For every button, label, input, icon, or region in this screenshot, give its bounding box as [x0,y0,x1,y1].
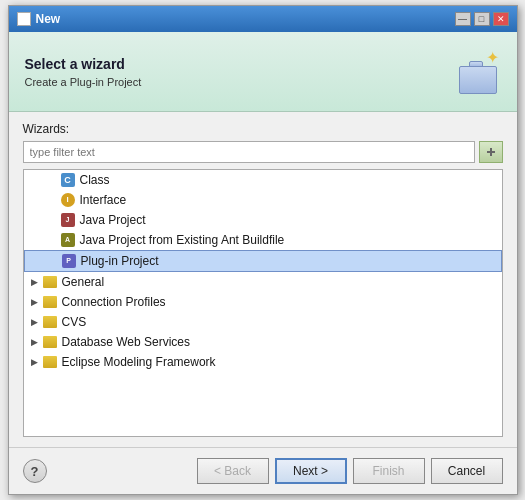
svg-rect-1 [490,148,492,156]
item-icon-connection-profiles [42,294,58,310]
item-icon-eclipse-modeling [42,354,58,370]
item-label-java-ant: Java Project from Existing Ant Buildfile [80,233,285,247]
item-icon-java-project: J [60,212,76,228]
finish-button[interactable]: Finish [353,458,425,484]
tree-item-java-project[interactable]: JJava Project [24,210,502,230]
item-icon-java-ant: A [60,232,76,248]
item-icon-class: C [60,172,76,188]
item-label-database-web: Database Web Services [62,335,191,349]
item-label-eclipse-modeling: Eclipse Modeling Framework [62,355,216,369]
tree-item-class[interactable]: CClass [24,170,502,190]
tree-container[interactable]: CClassIInterfaceJJava ProjectAJava Proje… [23,169,503,437]
cancel-button[interactable]: Cancel [431,458,503,484]
footer-left: ? [23,459,47,483]
filter-input[interactable] [23,141,475,163]
expand-arrow-connection-profiles[interactable]: ▶ [28,295,42,309]
item-icon-interface: I [60,192,76,208]
clear-icon [486,147,496,157]
next-button[interactable]: Next > [275,458,347,484]
maximize-button[interactable]: □ [474,12,490,26]
item-icon-plugin-project: P [61,253,77,269]
filter-clear-button[interactable] [479,141,503,163]
title-bar-left: New [17,12,61,26]
item-label-plugin-project: Plug-in Project [81,254,159,268]
title-bar: New — □ ✕ [9,6,517,32]
folder-back-icon [459,66,497,94]
item-label-connection-profiles: Connection Profiles [62,295,166,309]
footer-buttons: < Back Next > Finish Cancel [197,458,503,484]
expand-arrow-cvs[interactable]: ▶ [28,315,42,329]
title-bar-controls: — □ ✕ [455,12,509,26]
header-area: Select a wizard Create a Plug-in Project… [9,32,517,112]
tree-item-connection-profiles[interactable]: ▶Connection Profiles [24,292,502,312]
tree-item-interface[interactable]: IInterface [24,190,502,210]
expand-arrow-eclipse-modeling[interactable]: ▶ [28,355,42,369]
sparkle-icon: ✦ [486,48,499,67]
item-label-interface: Interface [80,193,127,207]
window-title: New [36,12,61,26]
tree-item-general[interactable]: ▶General [24,272,502,292]
back-button[interactable]: < Back [197,458,269,484]
help-button[interactable]: ? [23,459,47,483]
window-icon [17,12,31,26]
item-label-java-project: Java Project [80,213,146,227]
footer-area: ? < Back Next > Finish Cancel [9,447,517,494]
header-text: Select a wizard Create a Plug-in Project [25,56,142,88]
item-label-general: General [62,275,105,289]
item-icon-cvs [42,314,58,330]
dialog-window: New — □ ✕ Select a wizard Create a Plug-… [8,5,518,495]
close-button[interactable]: ✕ [493,12,509,26]
minimize-button[interactable]: — [455,12,471,26]
tree-item-plugin-project[interactable]: PPlug-in Project [24,250,502,272]
wizards-label: Wizards: [23,122,503,136]
item-label-class: Class [80,173,110,187]
filter-row [23,141,503,163]
expand-arrow-general[interactable]: ▶ [28,275,42,289]
tree-item-eclipse-modeling[interactable]: ▶Eclipse Modeling Framework [24,352,502,372]
item-icon-database-web [42,334,58,350]
content-area: Wizards: CClassIInterfaceJJava ProjectAJ… [9,112,517,447]
expand-arrow-database-web[interactable]: ▶ [28,335,42,349]
header-icon: ✦ [449,46,501,98]
tree-item-cvs[interactable]: ▶CVS [24,312,502,332]
wizard-subtitle: Create a Plug-in Project [25,76,142,88]
tree-item-java-ant[interactable]: AJava Project from Existing Ant Buildfil… [24,230,502,250]
tree-item-database-web[interactable]: ▶Database Web Services [24,332,502,352]
item-icon-general [42,274,58,290]
wizard-title: Select a wizard [25,56,142,72]
item-label-cvs: CVS [62,315,87,329]
